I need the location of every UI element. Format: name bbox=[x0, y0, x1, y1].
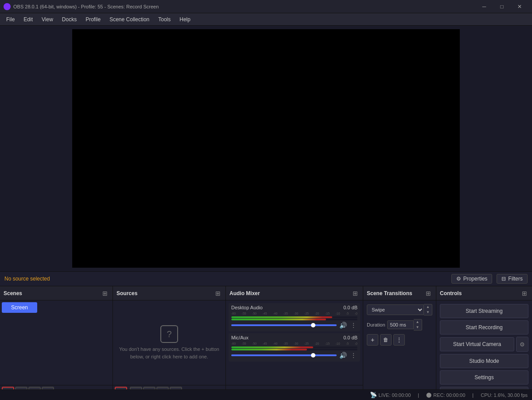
mic-meter-ch2 bbox=[231, 349, 357, 350]
audio-track-desktop: Desktop Audio 0.0 dB -60-55-50-45-40-35-… bbox=[229, 303, 360, 331]
cpu-status: CPU: 1.6%, 30.00 fps bbox=[481, 392, 528, 398]
sources-empty-state[interactable]: ? You don't have any sources. Click the … bbox=[113, 300, 225, 385]
menubar: File Edit View Docks Profile Scene Colle… bbox=[0, 13, 532, 26]
preview-canvas bbox=[72, 29, 460, 268]
desktop-meter-ch1 bbox=[231, 316, 357, 318]
minimize-button[interactable]: ─ bbox=[475, 0, 493, 13]
scenes-panel-header: Scenes ⊞ bbox=[0, 286, 113, 300]
transitions-detach-button[interactable]: ⊞ bbox=[424, 290, 432, 297]
duration-row: Duration ▲ ▼ bbox=[367, 319, 432, 331]
mic-meter-fill-ch2 bbox=[231, 349, 307, 350]
audio-mixer-panel-header: Audio Mixer ⊞ bbox=[226, 286, 363, 300]
remove-transition-button[interactable]: 🗑 bbox=[380, 334, 392, 346]
status-divider2: | bbox=[472, 392, 474, 398]
properties-button[interactable]: ⚙ Properties bbox=[451, 274, 493, 284]
menu-file[interactable]: File bbox=[2, 15, 19, 24]
scenes-list: Screen bbox=[0, 300, 113, 385]
filters-button[interactable]: ⊟ Filters bbox=[497, 274, 528, 284]
duration-arrow-down[interactable]: ▼ bbox=[414, 325, 422, 330]
live-status: 📡 LIVE: 00:00:00 bbox=[370, 392, 411, 398]
sources-empty-icon: ? bbox=[160, 325, 178, 343]
menu-view[interactable]: View bbox=[37, 15, 58, 24]
controls-panel: Controls ⊞ Start Streaming Start Recordi… bbox=[436, 286, 532, 400]
controls-detach-button[interactable]: ⊞ bbox=[520, 290, 528, 297]
transition-arrow-down[interactable]: ▼ bbox=[424, 310, 432, 315]
controls-panel-header: Controls ⊞ bbox=[436, 286, 532, 300]
menu-edit[interactable]: Edit bbox=[19, 15, 37, 24]
audio-track-desktop-header: Desktop Audio 0.0 dB bbox=[231, 305, 357, 310]
duration-arrow-up[interactable]: ▲ bbox=[414, 319, 422, 325]
desktop-volume-slider[interactable] bbox=[231, 324, 337, 326]
source-bar: No source selected ⚙ Properties ⊟ Filter… bbox=[0, 271, 532, 286]
start-streaming-button[interactable]: Start Streaming bbox=[440, 304, 528, 318]
live-time: LIVE: 00:00:00 bbox=[379, 392, 411, 398]
scenes-detach-button[interactable]: ⊞ bbox=[101, 290, 109, 297]
audio-track-mic-header: Mic/Aux 0.0 dB bbox=[231, 335, 357, 340]
status-bar: 📡 LIVE: 00:00:00 | ⬤ REC: 00:00:00 | CPU… bbox=[0, 389, 532, 400]
audio-mixer-panel: Audio Mixer ⊞ Desktop Audio 0.0 dB -60-5… bbox=[226, 286, 363, 400]
filters-label: Filters bbox=[508, 276, 523, 282]
menu-help[interactable]: Help bbox=[175, 15, 195, 24]
window-controls: ─ □ ✕ bbox=[475, 0, 528, 13]
transitions-panel-header: Scene Transitions ⊞ bbox=[363, 286, 436, 300]
desktop-audio-db: 0.0 dB bbox=[343, 305, 357, 310]
menu-tools[interactable]: Tools bbox=[154, 15, 175, 24]
scenes-panel: Scenes ⊞ Screen + 🗑 ∧ ∨ bbox=[0, 286, 113, 400]
scene-transitions-panel: Scene Transitions ⊞ Swipe ▲ ▼ Duration bbox=[363, 286, 436, 400]
rec-time: REC: 00:00:00 bbox=[433, 392, 465, 398]
menu-docks[interactable]: Docks bbox=[58, 15, 81, 24]
scene-item-screen[interactable]: Screen bbox=[2, 302, 37, 313]
transition-arrows: ▲ ▼ bbox=[424, 304, 432, 315]
desktop-mute-button[interactable]: 🔊 bbox=[338, 321, 348, 330]
app-icon bbox=[4, 3, 11, 10]
titlebar: OBS 28.0.1 (64-bit, windows) - Profile: … bbox=[0, 0, 532, 13]
mic-volume-slider[interactable] bbox=[231, 354, 337, 356]
settings-button[interactable]: Settings bbox=[440, 370, 528, 385]
transitions-content: Swipe ▲ ▼ Duration ▲ ▼ bbox=[363, 300, 436, 400]
start-recording-button[interactable]: Start Recording bbox=[440, 320, 528, 335]
desktop-meter-fill-ch1 bbox=[231, 316, 332, 318]
transition-type-select[interactable]: Swipe bbox=[367, 304, 424, 315]
network-icon: 📡 bbox=[370, 392, 377, 398]
transitions-panel-title: Scene Transitions bbox=[367, 290, 412, 296]
studio-mode-button[interactable]: Studio Mode bbox=[440, 354, 528, 368]
duration-input[interactable] bbox=[387, 320, 414, 329]
sources-empty-hint: You don't have any sources. Click the + … bbox=[117, 346, 221, 360]
transition-arrow-up[interactable]: ▲ bbox=[424, 304, 432, 310]
desktop-meter-scale: -60-55-50-45-40-35-30-25-20-15-10-5-0 bbox=[231, 312, 357, 315]
sources-panel: Sources ⊞ ? You don't have any sources. … bbox=[113, 286, 226, 400]
sources-detach-button[interactable]: ⊞ bbox=[214, 290, 222, 297]
virtual-camera-row: Start Virtual Camera ⚙ bbox=[440, 337, 528, 352]
desktop-meter-fill-ch2 bbox=[231, 319, 326, 320]
status-divider1: | bbox=[418, 392, 419, 398]
menu-scene-collection[interactable]: Scene Collection bbox=[105, 15, 154, 24]
mic-audio-db: 0.0 dB bbox=[343, 335, 357, 340]
properties-gear-icon: ⚙ bbox=[456, 276, 461, 282]
mic-mute-button[interactable]: 🔊 bbox=[338, 351, 348, 360]
desktop-options-button[interactable]: ⋮ bbox=[349, 321, 357, 330]
window-title: OBS 28.0.1 (64-bit, windows) - Profile: … bbox=[13, 4, 475, 9]
mic-options-button[interactable]: ⋮ bbox=[349, 351, 357, 360]
mic-meter-ch1 bbox=[231, 346, 357, 348]
maximize-button[interactable]: □ bbox=[493, 0, 511, 13]
duration-input-group: ▲ ▼ bbox=[387, 319, 432, 331]
mic-audio-controls: 🔊 ⋮ bbox=[231, 351, 357, 360]
mic-meter-fill-ch1 bbox=[231, 346, 313, 348]
transition-options-button[interactable]: ⋮ bbox=[393, 334, 405, 346]
start-virtual-camera-button[interactable]: Start Virtual Camera bbox=[440, 337, 514, 351]
desktop-audio-controls: 🔊 ⋮ bbox=[231, 321, 357, 330]
duration-label: Duration bbox=[367, 322, 385, 327]
audio-mixer-title: Audio Mixer bbox=[229, 290, 260, 296]
transition-select-row: Swipe ▲ ▼ bbox=[367, 304, 432, 315]
preview-container bbox=[0, 26, 532, 271]
menu-profile[interactable]: Profile bbox=[81, 15, 105, 24]
sources-panel-header: Sources ⊞ bbox=[113, 286, 225, 300]
audio-track-mic: Mic/Aux 0.0 dB -60-55-50-45-40-35-30-25-… bbox=[229, 333, 360, 362]
virtual-camera-settings-button[interactable]: ⚙ bbox=[516, 337, 528, 352]
audio-mixer-detach-button[interactable]: ⊞ bbox=[351, 290, 359, 297]
audio-tracks: Desktop Audio 0.0 dB -60-55-50-45-40-35-… bbox=[226, 300, 363, 385]
close-button[interactable]: ✕ bbox=[511, 0, 528, 13]
add-transition-button[interactable]: + bbox=[367, 334, 378, 346]
transition-actions: + 🗑 ⋮ bbox=[367, 334, 432, 346]
duration-arrows: ▲ ▼ bbox=[414, 319, 422, 331]
